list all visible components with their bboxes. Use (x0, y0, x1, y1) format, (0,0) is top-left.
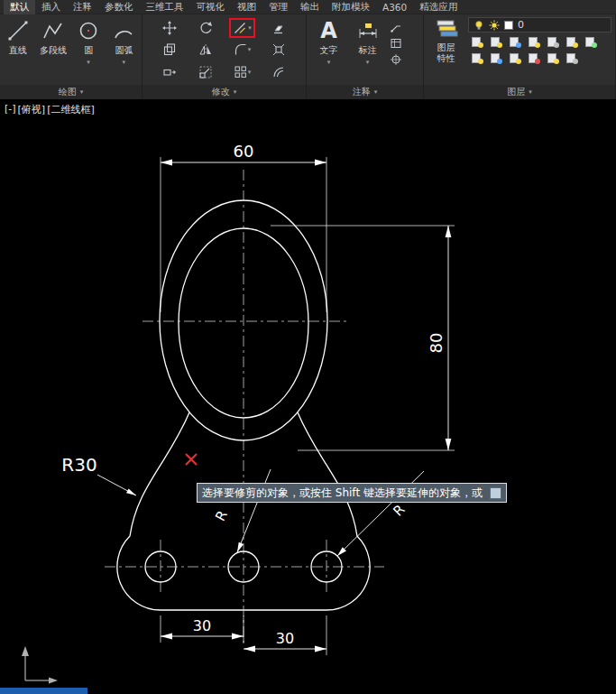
circle-tool-button[interactable]: 圆 ▾ (72, 19, 106, 85)
arc-tool-label: 圆弧 (115, 44, 133, 57)
ribbon-tab-parametric[interactable]: 参数化 (98, 0, 140, 14)
layer-thaw-icon[interactable] (489, 51, 503, 65)
layer-unisolate-icon[interactable] (527, 51, 541, 65)
ribbon-panel-labels: 绘图 ▾ 修改 ▾ 注释 ▾ 图层 ▾ (0, 85, 616, 99)
dim-pitch-right-30: 30 (276, 630, 294, 647)
model-space-canvas[interactable]: [-] [俯视] [二维线框] (0, 99, 616, 694)
viewport-view-control[interactable]: [俯视] (18, 103, 46, 116)
ribbon-tab-annotate[interactable]: 注释 (67, 0, 98, 14)
trim-tool-button[interactable]: ▾ (225, 17, 261, 39)
status-bar-strip (0, 688, 87, 694)
annotate-mini-tools (390, 19, 402, 85)
dimension-lines (97, 157, 455, 655)
tooltip-expand-icon[interactable] (490, 487, 501, 499)
cad-drawing[interactable]: 60 80 R30 30 30 R R (0, 117, 616, 694)
ribbon-tab-view[interactable]: 视图 (231, 0, 262, 14)
ribbon: 默认 插入 注释 参数化 三维工具 可视化 视图 管理 输出 附加模块 A360… (0, 0, 616, 99)
text-tool-button[interactable]: A 文字 ▾ (312, 19, 345, 85)
layer-off-icon[interactable] (470, 34, 484, 49)
layer-properties-icon (435, 17, 458, 41)
explode-icon (271, 42, 286, 57)
ribbon-tab-insert[interactable]: 插入 (35, 0, 67, 14)
ribbon-tab-a360[interactable]: A360 (376, 1, 413, 14)
draw-panel-label[interactable]: 绘图 ▾ (0, 85, 143, 99)
layer-dropdown[interactable]: 0 (468, 17, 611, 32)
dim-height-80: 80 (427, 333, 446, 354)
offset-tool-button[interactable] (261, 61, 297, 83)
rotate-tool-button[interactable] (188, 17, 224, 39)
explode-tool-button[interactable] (261, 39, 297, 60)
layer-properties-button[interactable]: 图层 特性 (429, 17, 463, 85)
layers-panel-label-text: 图层 (507, 86, 525, 98)
array-icon (234, 65, 248, 79)
layer-match-icon[interactable] (546, 34, 560, 49)
trim-icon (233, 21, 247, 35)
fillet-icon (234, 42, 248, 57)
annotate-panel: A 文字 ▾ 标注 ▾ (307, 14, 424, 85)
ribbon-tab-featured-apps[interactable]: 精选应用 (413, 0, 464, 14)
offset-icon (271, 65, 286, 79)
table-icon[interactable] (390, 37, 402, 50)
layer-properties-label-line1: 图层 (437, 42, 455, 53)
modify-panel: ▾ (143, 14, 307, 85)
fillet-tool-button[interactable]: ▾ (225, 39, 261, 60)
layer-walk-icon[interactable] (584, 34, 598, 49)
scale-tool-button[interactable] (188, 61, 224, 83)
ribbon-body: 直线 多段线 圆 ▾ 圆弧 ▾ (0, 14, 616, 85)
leader-icon[interactable] (390, 21, 402, 33)
ribbon-tab-3d-tools[interactable]: 三维工具 (140, 0, 190, 14)
viewport-visual-style-control[interactable]: [二维线框] (47, 103, 95, 116)
tooltip-text: 选择要修剪的对象，或按住 Shift 键选择要延伸的对象，或 (202, 486, 483, 501)
polyline-tool-button[interactable]: 多段线 (36, 19, 69, 85)
arc-icon (112, 19, 135, 42)
layer-current-icon[interactable] (565, 34, 579, 49)
chevron-down-icon: ▾ (327, 59, 331, 66)
ribbon-tab-output[interactable]: 输出 (294, 0, 326, 14)
mirror-icon (198, 42, 213, 57)
stretch-tool-button[interactable] (152, 61, 188, 83)
dim-hole-radius-mid: R (212, 508, 231, 524)
line-icon (6, 19, 30, 42)
arc-tool-button[interactable]: 圆弧 ▾ (107, 19, 141, 85)
dimension-arrows (126, 160, 451, 652)
move-tool-button[interactable] (152, 17, 188, 39)
array-tool-button[interactable]: ▾ (225, 61, 261, 83)
move-icon (162, 21, 177, 35)
current-layer-name: 0 (518, 19, 524, 31)
modify-panel-label-text: 修改 (212, 86, 230, 98)
copy-tool-button[interactable] (152, 39, 188, 60)
annotate-panel-label-text: 注释 (353, 86, 371, 98)
ucs-icon (22, 646, 58, 684)
dimension-texts: 60 80 R30 30 30 R R (61, 142, 446, 647)
chevron-down-icon: ▾ (123, 59, 126, 66)
modify-panel-label[interactable]: 修改 ▾ (143, 85, 307, 99)
viewport-controls: [-] [俯视] [二维线框] (5, 103, 95, 116)
ribbon-tab-addins[interactable]: 附加模块 (326, 0, 376, 14)
layer-unlock-icon[interactable] (508, 51, 522, 65)
rotate-icon (198, 21, 213, 35)
layers-panel-label[interactable]: 图层 ▾ (424, 85, 616, 99)
dimension-tool-button[interactable]: 标注 ▾ (351, 19, 384, 85)
dimension-icon (356, 19, 380, 42)
layer-color-swatch (504, 21, 513, 30)
ribbon-tab-bar: 默认 插入 注释 参数化 三维工具 可视化 视图 管理 输出 附加模块 A360… (0, 0, 616, 14)
line-tool-button[interactable]: 直线 (1, 19, 34, 85)
layer-states-icon[interactable] (565, 51, 579, 65)
panel-expand-icon: ▾ (80, 88, 84, 96)
line-tool-label: 直线 (9, 44, 27, 57)
layer-properties-label-line2: 特性 (437, 53, 455, 64)
ribbon-tab-manage[interactable]: 管理 (262, 0, 294, 14)
mirror-tool-button[interactable] (188, 39, 224, 60)
layer-freeze-icon[interactable] (508, 34, 522, 49)
ribbon-tab-visualize[interactable]: 可视化 (190, 0, 232, 14)
erase-tool-button[interactable] (261, 17, 297, 39)
layer-isolate-icon[interactable] (489, 34, 503, 49)
ribbon-tab-default[interactable]: 默认 (4, 0, 35, 14)
annotate-panel-label[interactable]: 注释 ▾ (307, 85, 424, 99)
layer-previous-icon[interactable] (546, 51, 560, 65)
viewport-control-menu[interactable]: [-] (5, 103, 16, 116)
layer-lock-icon[interactable] (527, 34, 541, 49)
centermark-icon[interactable] (390, 53, 402, 66)
polyline-icon (41, 19, 65, 42)
layer-on-icon[interactable] (470, 51, 484, 65)
